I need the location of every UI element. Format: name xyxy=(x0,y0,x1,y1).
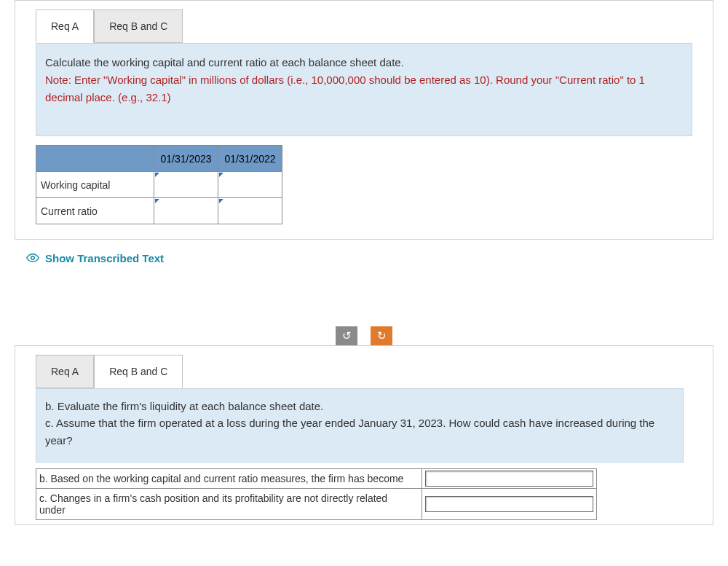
svg-point-0 xyxy=(31,256,35,260)
table-row: Current ratio xyxy=(36,198,282,224)
input-wc-2022[interactable] xyxy=(218,172,282,197)
answer-c-input[interactable] xyxy=(425,496,593,512)
answer-c-label: c. Changes in a firm's cash position and… xyxy=(36,488,422,519)
rotate-right-icon: ↻ xyxy=(377,329,387,342)
input-wc-2023[interactable] xyxy=(154,172,218,197)
cell-marker-icon xyxy=(219,173,223,177)
table-corner xyxy=(36,146,154,172)
answer-table: b. Based on the working capital and curr… xyxy=(36,468,597,520)
input-wc-2023-cell xyxy=(154,172,218,198)
show-transcribed-label: Show Transcribed Text xyxy=(45,252,164,264)
answer-c-cell xyxy=(422,488,597,519)
prompt-c: c. Assume that the firm operated at a lo… xyxy=(45,414,670,449)
prompt-note: Note: Enter "Working capital" in million… xyxy=(45,74,645,103)
rotate-controls: ↺ ↻ xyxy=(0,326,728,345)
table-row: b. Based on the working capital and curr… xyxy=(36,468,597,488)
req-a-panel: Req A Req B and C Calculate the working … xyxy=(15,0,713,240)
prompt-b: b. Evaluate the firm's liquidity at each… xyxy=(45,398,670,414)
input-cr-2022-cell xyxy=(218,198,282,224)
prompt-box-bc: b. Evaluate the firm's liquidity at each… xyxy=(36,388,684,463)
show-transcribed-link[interactable]: Show Transcribed Text xyxy=(26,251,728,264)
cell-marker-icon xyxy=(155,199,159,203)
rotate-left-icon: ↺ xyxy=(342,329,352,342)
cell-marker-icon xyxy=(219,199,223,203)
answer-b-cell xyxy=(422,468,597,488)
answer-b-label: b. Based on the working capital and curr… xyxy=(36,468,422,488)
eye-icon xyxy=(26,251,39,264)
tab-req-b-c[interactable]: Req B and C xyxy=(94,9,183,43)
working-capital-table: 01/31/2023 01/31/2022 Working capital Cu… xyxy=(36,145,282,224)
cell-marker-icon xyxy=(155,173,159,177)
tabs-req-a: Req A Req B and C xyxy=(36,9,713,43)
table-row: Working capital xyxy=(36,172,282,198)
input-cr-2022[interactable] xyxy=(218,198,282,224)
col-2023: 01/31/2023 xyxy=(154,146,218,172)
req-bc-panel: Req A Req B and C b. Evaluate the firm's… xyxy=(15,345,713,525)
rotate-left-button[interactable]: ↺ xyxy=(336,326,357,345)
col-2022: 01/31/2022 xyxy=(218,146,282,172)
rotate-right-button[interactable]: ↻ xyxy=(371,326,392,345)
tab-req-b-c-2[interactable]: Req B and C xyxy=(94,355,183,388)
table-row: c. Changes in a firm's cash position and… xyxy=(36,488,597,519)
answer-b-input[interactable] xyxy=(425,471,593,487)
tab-req-a[interactable]: Req A xyxy=(36,9,94,43)
tab-req-a-2[interactable]: Req A xyxy=(36,355,94,388)
tabs-req-bc: Req A Req B and C xyxy=(36,355,713,388)
input-wc-2022-cell xyxy=(218,172,282,198)
row-current-ratio: Current ratio xyxy=(36,198,154,224)
prompt-box-a: Calculate the working capital and curren… xyxy=(36,43,692,136)
input-cr-2023-cell xyxy=(154,198,218,224)
row-working-capital: Working capital xyxy=(36,172,154,198)
input-cr-2023[interactable] xyxy=(154,198,218,224)
prompt-main: Calculate the working capital and curren… xyxy=(45,56,404,68)
